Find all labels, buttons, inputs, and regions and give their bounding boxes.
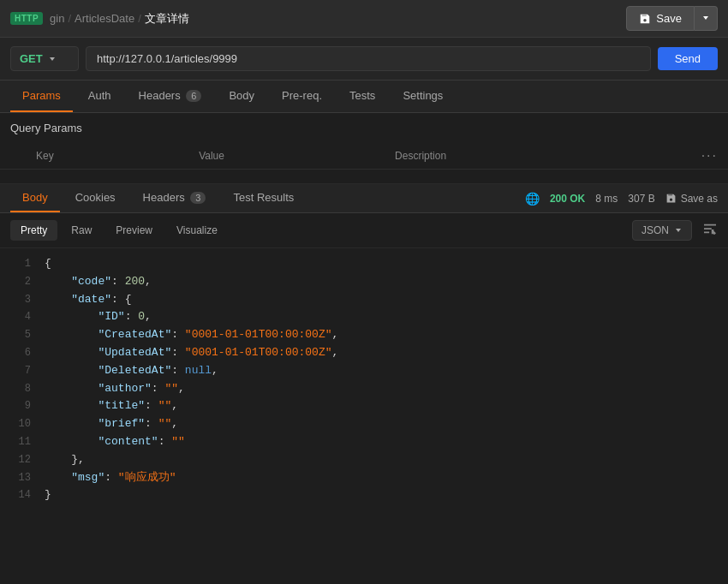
code-line-7: 7 "DeletedAt": null,	[0, 362, 728, 380]
send-button[interactable]: Send	[658, 47, 718, 70]
main-content: GET Send Params Auth Headers 6 Body Pre-…	[0, 38, 728, 584]
save-area: Save	[626, 6, 718, 31]
top-bar: HTTP gin / ArticlesDate / 文章详情 Save	[0, 0, 728, 38]
row-check	[0, 170, 26, 184]
url-input[interactable]	[86, 46, 651, 71]
tab-headers[interactable]: Headers 6	[127, 80, 214, 112]
breadcrumb-current: 文章详情	[145, 11, 189, 27]
response-tabs-left: Body Cookies Headers 3 Test Results	[10, 184, 306, 212]
code-tab-pretty[interactable]: Pretty	[10, 220, 57, 241]
url-bar: GET Send	[0, 38, 728, 80]
code-tab-raw[interactable]: Raw	[61, 220, 102, 241]
row-value[interactable]	[188, 170, 385, 184]
breadcrumb: gin / ArticlesDate / 文章详情	[50, 11, 189, 27]
response-tab-cookies[interactable]: Cookies	[63, 184, 128, 212]
response-time: 8 ms	[595, 193, 618, 205]
method-label: GET	[20, 52, 43, 65]
save-label: Save	[656, 12, 682, 25]
chevron-down-icon	[701, 14, 710, 22]
response-headers-badge: 3	[190, 192, 206, 204]
save-dropdown-button[interactable]	[695, 6, 718, 31]
breadcrumb-sep1: /	[68, 12, 71, 25]
code-line-11: 11 "content": ""	[0, 433, 728, 451]
breadcrumb-part1: gin	[50, 12, 64, 25]
request-tabs-row: Params Auth Headers 6 Body Pre-req. Test…	[0, 80, 728, 113]
breadcrumb-part2: ArticlesDate	[75, 12, 134, 25]
save-button[interactable]: Save	[626, 6, 695, 31]
key-col-header: Key	[26, 143, 188, 170]
tab-auth[interactable]: Auth	[76, 80, 123, 112]
response-tabs-row: Body Cookies Headers 3 Test Results 🌐 20…	[0, 184, 728, 213]
params-table: Key Value Description ···	[0, 143, 728, 184]
code-line-8: 8 "author": "",	[0, 380, 728, 398]
save-as-button[interactable]: Save as	[665, 193, 718, 205]
row-key[interactable]	[26, 170, 188, 184]
code-line-14: 14 }	[0, 486, 728, 504]
format-chevron-icon	[674, 226, 683, 235]
format-label: JSON	[641, 224, 669, 236]
code-line-3: 3 "date": {	[0, 291, 728, 309]
code-tab-preview[interactable]: Preview	[105, 220, 163, 241]
tab-params[interactable]: Params	[10, 80, 73, 112]
code-line-13: 13 "msg": "响应成功"	[0, 469, 728, 487]
checkbox-col-header	[0, 143, 26, 170]
breadcrumb-area: HTTP gin / ArticlesDate / 文章详情	[10, 11, 189, 27]
status-code: 200 OK	[550, 193, 585, 205]
code-line-4: 4 "ID": 0,	[0, 308, 728, 326]
method-chevron-icon	[48, 55, 57, 63]
response-code-block: 1 { 2 "code": 200, 3 "date": { 4 "ID": 0…	[0, 248, 728, 584]
save-as-icon	[665, 193, 677, 204]
globe-icon: 🌐	[525, 192, 540, 206]
code-line-1: 1 {	[0, 255, 728, 273]
value-col-header: Value	[188, 143, 385, 170]
code-line-10: 10 "brief": "",	[0, 415, 728, 433]
code-view-tabs: Pretty Raw Preview Visualize JSON	[0, 213, 728, 248]
tab-settings[interactable]: Settings	[391, 80, 455, 112]
code-line-9: 9 "title": "",	[0, 397, 728, 415]
code-line-2: 2 "code": 200,	[0, 273, 728, 291]
method-dropdown[interactable]: GET	[10, 46, 79, 71]
response-tab-headers[interactable]: Headers 3	[131, 184, 218, 212]
query-params-header: Query Params	[0, 113, 728, 143]
floppy-icon	[639, 13, 651, 25]
code-tab-visualize[interactable]: Visualize	[166, 220, 228, 241]
headers-badge: 6	[186, 90, 201, 102]
tab-body[interactable]: Body	[217, 80, 266, 112]
code-line-12: 12 },	[0, 451, 728, 469]
breadcrumb-sep2: /	[138, 12, 141, 25]
response-tab-body[interactable]: Body	[10, 184, 60, 212]
tab-tests[interactable]: Tests	[337, 80, 387, 112]
response-tab-test-results[interactable]: Test Results	[221, 184, 306, 212]
row-desc[interactable]	[385, 170, 691, 184]
action-col-header: ···	[691, 143, 728, 170]
code-line-5: 5 "CreatedAt": "0001-01-01T00:00:00Z",	[0, 326, 728, 344]
desc-col-header: Description	[385, 143, 691, 170]
response-status-area: 🌐 200 OK 8 ms 307 B Save as	[525, 192, 718, 206]
wrap-lines-button[interactable]	[702, 223, 718, 238]
params-more-button[interactable]: ···	[701, 148, 718, 164]
row-action	[691, 170, 728, 184]
table-row	[0, 170, 728, 184]
save-as-label: Save as	[681, 193, 718, 205]
http-badge: HTTP	[10, 12, 43, 25]
format-selector[interactable]: JSON	[632, 220, 692, 241]
code-line-6: 6 "UpdatedAt": "0001-01-01T00:00:00Z",	[0, 344, 728, 362]
wrap-icon	[702, 223, 718, 235]
response-size: 307 B	[628, 193, 654, 205]
tab-prereq[interactable]: Pre-req.	[270, 80, 334, 112]
